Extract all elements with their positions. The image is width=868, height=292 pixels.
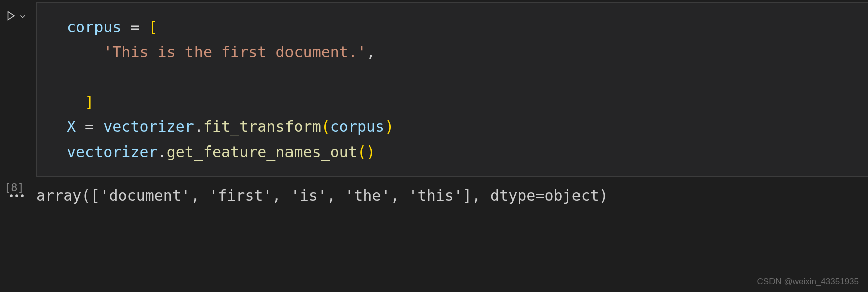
watermark: CSDN @weixin_43351935 <box>757 277 859 287</box>
code-line: X = vectorizer.fit_transform(corpus) <box>67 114 868 139</box>
execution-count: [8] <box>4 181 24 194</box>
code-line: ] <box>67 90 868 115</box>
play-icon[interactable] <box>5 10 16 23</box>
code-line: 'This is the first document.', <box>67 40 868 65</box>
code-line: vectorizer.get_feature_names_out() <box>67 139 868 165</box>
code-cell-container: [8] corpus = [ 'This is the first docume… <box>0 0 868 177</box>
output-container: ••• array(['document', 'first', 'is', 't… <box>0 186 868 204</box>
code-editor[interactable]: corpus = [ 'This is the first document.'… <box>36 2 868 177</box>
output-text: array(['document', 'first', 'is', 'the',… <box>36 186 868 204</box>
code-line: corpus = [ <box>67 15 868 40</box>
run-controls <box>5 10 36 23</box>
chevron-down-icon[interactable] <box>19 12 26 22</box>
code-line <box>67 64 868 90</box>
cell-gutter: [8] <box>0 0 36 177</box>
